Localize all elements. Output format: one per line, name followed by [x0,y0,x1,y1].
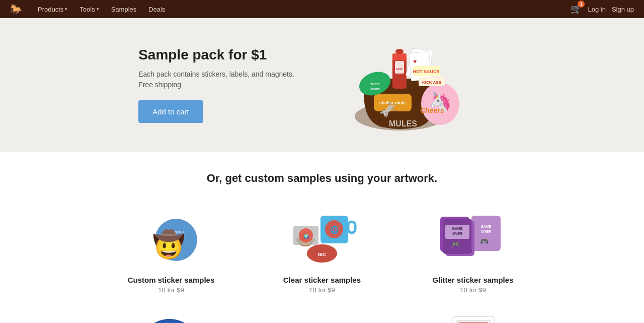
svg-point-3 [395,49,404,54]
cart-button[interactable]: 🛒 1 [571,4,582,15]
product-card-label[interactable]: GIBBS FARM PRODUCT LABEL GIBBS FARM PROD… [403,309,543,323]
hero-image: HOT ♥ ♠ 🦄 sticker mule Yuma Beans HOT SA… [294,38,506,132]
product-card-holo-sticker[interactable]: Don't Stop Believing Don't Stop Believin… [101,309,242,323]
product-price: 10 for $9 [252,286,392,294]
nav-deals[interactable]: Deals [143,6,170,13]
nav-right: 🛒 1 Log in Sign up [571,4,634,15]
svg-text:IBC: IBC [318,252,326,257]
nav-products[interactable]: Products ▾ [33,6,72,13]
nav-left: 🐎 Products ▾ Tools ▾ Samples Deals [10,3,171,15]
add-to-cart-button[interactable]: Add to cart [138,100,203,123]
login-button[interactable]: Log in [588,6,605,13]
main-section: Or, get custom samples using your artwor… [0,152,644,323]
product-name: Glitter sticker samples [403,276,543,284]
svg-text:HOT SAUCE: HOT SAUCE [413,69,439,74]
product-image-holo-sticker: Don't Stop Believing Don't Stop Believin… [126,309,216,323]
svg-text:Beans: Beans [370,87,380,91]
product-price: 10 for $9 [101,286,242,294]
hero-content: Sample pack for $1 Each pack contains st… [138,47,294,123]
hero-section: Sample pack for $1 Each pack contains st… [0,18,644,152]
product-name: Clear sticker samples [252,276,392,284]
product-price: 10 for $9 [403,286,543,294]
product-image-clear-sticker: 🌐 IBC 🐵 🌍 [277,203,367,269]
product-image-glitter-sticker: GAME OVER 🎮 GAME OVER 🎮 [428,203,518,269]
chevron-down-icon: ▾ [65,7,67,12]
products-grid: STRANGE HUB 🤠 Custom sticker samples 10 … [101,203,543,323]
product-card-custom-sticker[interactable]: STRANGE HUB 🤠 Custom sticker samples 10 … [101,203,242,294]
section-title: Or, get custom samples using your artwor… [10,172,634,185]
svg-text:OVER: OVER [481,230,491,233]
svg-text:🤠: 🤠 [152,229,185,260]
svg-text:🎮: 🎮 [480,237,489,246]
hero-description: Each pack contains stickers, labels, and… [138,69,294,90]
svg-text:Yuma: Yuma [370,82,380,86]
svg-point-51 [142,319,197,323]
svg-text:KICK ASS: KICK ASS [422,80,442,85]
svg-text:🌍: 🌍 [303,233,309,239]
svg-text:♥: ♥ [413,58,417,65]
svg-rect-46 [471,216,501,251]
hero-title: Sample pack for $1 [138,47,294,63]
svg-text:🫏: 🫏 [379,101,398,119]
signup-button[interactable]: Sign up [612,6,634,13]
product-card-glitter-sticker[interactable]: GAME OVER 🎮 GAME OVER 🎮 Glitter sticker … [403,203,543,294]
svg-text:GAME: GAME [481,225,492,228]
nav-samples[interactable]: Samples [106,6,142,13]
svg-text:GAME: GAME [452,227,463,230]
chevron-down-icon: ▾ [97,7,99,12]
navbar: 🐎 Products ▾ Tools ▾ Samples Deals 🛒 1 L… [0,0,644,18]
svg-text:🎮: 🎮 [451,240,460,249]
site-logo[interactable]: 🐎 [10,3,23,15]
svg-text:Cheers: Cheers [420,106,444,114]
product-card-magnet[interactable]: Magnet 🍔 Custom magnet samples 10 for $9 [252,309,392,323]
svg-rect-30 [348,222,355,233]
product-image-custom-sticker: STRANGE HUB 🤠 [126,203,216,269]
hero-illustration: HOT ♥ ♠ 🦄 sticker mule Yuma Beans HOT SA… [314,38,486,132]
svg-text:🌐: 🌐 [330,226,339,234]
nav-tools[interactable]: Tools ▾ [74,6,104,13]
svg-rect-2 [392,53,407,60]
svg-text:OVER: OVER [452,232,462,235]
product-image-label: GIBBS FARM PRODUCT LABEL GIBBS FARM PROD… [428,309,518,323]
cart-badge: 1 [578,1,585,8]
svg-text:HOT: HOT [396,68,403,71]
svg-text:MULES: MULES [389,119,417,128]
product-name: Custom sticker samples [101,276,242,284]
product-card-clear-sticker[interactable]: 🌐 IBC 🐵 🌍 Clear sticker samples 10 for $… [252,203,392,294]
product-image-magnet: Magnet 🍔 [277,309,367,323]
